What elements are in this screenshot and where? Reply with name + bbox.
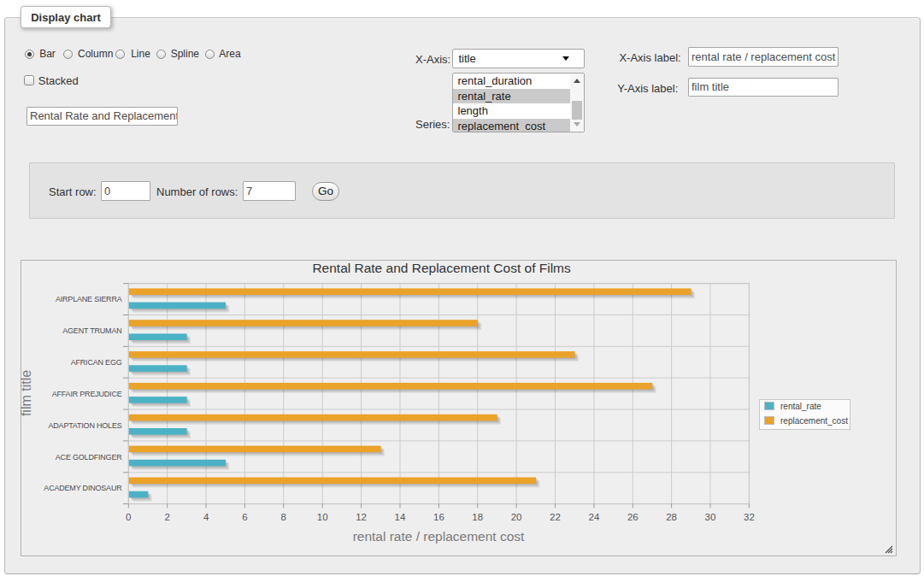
svg-text:0: 0	[126, 512, 131, 522]
svg-text:12: 12	[356, 512, 367, 522]
svg-text:rental rate / replacement cost: rental rate / replacement cost	[353, 529, 525, 544]
svg-text:film title: film title	[21, 370, 33, 416]
svg-text:24: 24	[589, 512, 600, 522]
svg-text:14: 14	[395, 512, 406, 522]
svg-text:Rental Rate and Replacement Co: Rental Rate and Replacement Cost of Film…	[312, 261, 571, 275]
svg-text:20: 20	[511, 512, 522, 522]
svg-text:ACADEMY DINOSAUR: ACADEMY DINOSAUR	[44, 484, 122, 492]
svg-text:AGENT TRUMAN: AGENT TRUMAN	[62, 326, 121, 335]
svg-text:AIRPLANE SIERRA: AIRPLANE SIERRA	[56, 295, 122, 303]
svg-text:32: 32	[744, 512, 755, 522]
svg-text:28: 28	[666, 512, 677, 522]
svg-text:22: 22	[550, 512, 561, 522]
svg-text:8: 8	[281, 512, 286, 522]
svg-text:6: 6	[242, 512, 247, 522]
svg-text:AFRICAN EGG: AFRICAN EGG	[71, 358, 122, 367]
svg-text:ADAPTATION HOLES: ADAPTATION HOLES	[49, 421, 122, 430]
svg-text:18: 18	[472, 512, 483, 522]
svg-text:ACE GOLDFINGER: ACE GOLDFINGER	[56, 453, 122, 461]
svg-text:rental_rate: rental_rate	[780, 402, 821, 411]
svg-text:26: 26	[627, 512, 639, 522]
svg-text:10: 10	[317, 512, 328, 522]
svg-text:2: 2	[164, 512, 169, 522]
svg-text:4: 4	[203, 512, 209, 522]
svg-text:replacement_cost: replacement_cost	[780, 416, 848, 426]
svg-text:16: 16	[433, 512, 444, 522]
svg-text:30: 30	[705, 512, 716, 522]
svg-text:AFFAIR PREJUDICE: AFFAIR PREJUDICE	[52, 390, 122, 398]
